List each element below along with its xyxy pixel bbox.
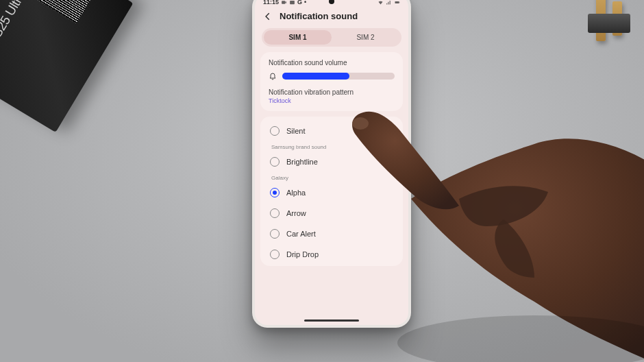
svg-rect-2 xyxy=(395,1,399,3)
volume-label: Notification sound volume xyxy=(269,59,395,67)
vibration-title: Notification vibration pattern xyxy=(269,88,395,96)
sound-label: Alpha xyxy=(286,189,306,197)
phone-frame: 11:15 G • Notification sound SIM 1 SIM 2… xyxy=(252,0,411,328)
radio-selected-icon xyxy=(270,188,280,197)
vibration-value: Ticktock xyxy=(269,97,395,104)
sound-option-alpha[interactable]: Alpha xyxy=(263,182,400,203)
svg-rect-1 xyxy=(290,0,295,3)
sound-option-silent[interactable]: Silent xyxy=(263,121,400,141)
radio-icon xyxy=(270,157,280,167)
page-header: Notification sound xyxy=(255,7,408,28)
group-header-samsung: Samsung brand sound xyxy=(263,141,400,152)
sound-option-drip-drop[interactable]: Drip Drop xyxy=(263,244,400,265)
wifi-icon xyxy=(377,0,384,5)
sound-label: Silent xyxy=(286,127,306,135)
tab-sim2[interactable]: SIM 2 xyxy=(332,30,399,45)
sim-tabs: SIM 1 SIM 2 xyxy=(262,28,401,47)
status-time: 11:15 xyxy=(263,0,279,5)
radio-icon xyxy=(270,250,280,259)
message-status-icon xyxy=(289,0,295,5)
vibration-pattern-row[interactable]: Notification vibration pattern Ticktock xyxy=(269,88,395,104)
sound-label: Drip Drop xyxy=(286,250,319,258)
svg-rect-3 xyxy=(399,1,400,3)
home-indicator[interactable] xyxy=(304,319,359,322)
wooden-clamp xyxy=(582,0,644,55)
signal-icon xyxy=(386,0,392,5)
status-more-icon: • xyxy=(304,0,306,5)
camera-status-icon xyxy=(281,0,287,5)
radio-icon xyxy=(270,229,280,239)
battery-icon xyxy=(394,0,400,5)
sound-label: Car Alert xyxy=(286,230,316,238)
barcode-icon xyxy=(18,0,98,23)
sound-option-brightline[interactable]: Brightline xyxy=(263,152,400,172)
volume-card: Notification sound volume Notification v… xyxy=(260,52,403,111)
sound-label: Brightline xyxy=(286,158,318,166)
back-icon[interactable] xyxy=(263,12,273,21)
group-header-galaxy: Galaxy xyxy=(263,172,400,182)
radio-icon xyxy=(270,126,280,136)
svg-rect-0 xyxy=(282,1,285,4)
phone-screen: 11:15 G • Notification sound SIM 1 SIM 2… xyxy=(255,0,408,325)
tab-sim1[interactable]: SIM 1 xyxy=(264,30,332,45)
status-indicator-text: G xyxy=(297,0,302,5)
sound-option-car-alert[interactable]: Car Alert xyxy=(263,224,400,244)
volume-slider-fill xyxy=(282,73,349,80)
sound-label: Arrow xyxy=(286,209,306,217)
bell-icon xyxy=(269,72,277,80)
product-box-label: Galaxy S25 Ultra xyxy=(0,0,49,76)
radio-icon xyxy=(270,208,280,218)
sound-option-arrow[interactable]: Arrow xyxy=(263,203,400,224)
page-title: Notification sound xyxy=(280,11,358,21)
sound-list: Silent Samsung brand sound Brightline Ga… xyxy=(260,117,403,266)
volume-slider[interactable] xyxy=(282,73,395,80)
